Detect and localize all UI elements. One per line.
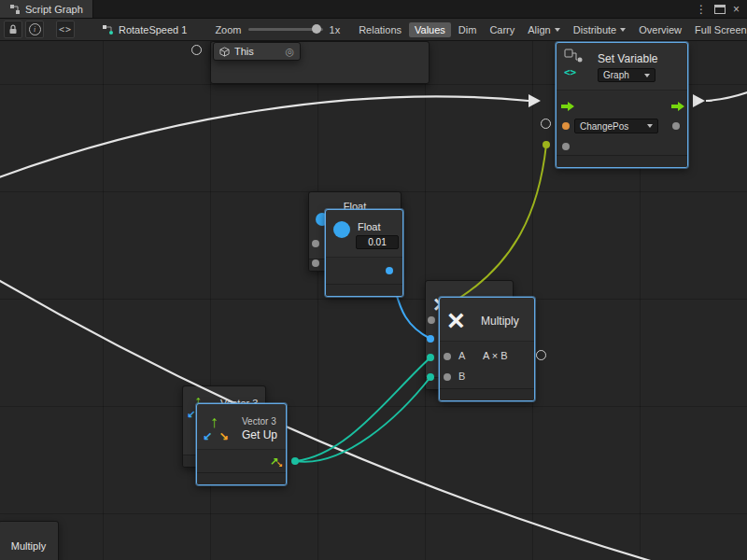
variable-kind-dropdown[interactable]: Graph: [598, 68, 655, 82]
tab-label: Script Graph: [25, 4, 83, 15]
node-set-variable[interactable]: <> Set Variable Graph ChangePos: [556, 42, 688, 168]
values-button[interactable]: Values: [409, 22, 451, 37]
variable-name-value: ChangePos: [580, 121, 628, 132]
caret-down-icon: [644, 74, 650, 77]
value-input-port[interactable]: [562, 122, 570, 130]
float-icon: [333, 221, 350, 238]
down-left-arrow-icon: ↙: [203, 430, 212, 441]
unity-script-graph-window: Script Graph ⋮ × i <> RotateSpeed 1: [0, 0, 747, 560]
fallback-input-port[interactable]: [562, 143, 570, 150]
variable-kind-value: Graph: [603, 70, 629, 80]
window-controls: ⋮ ×: [696, 0, 747, 18]
close-icon[interactable]: ×: [733, 4, 740, 15]
lock-icon: [8, 24, 18, 35]
titlebar-spacer: [93, 0, 696, 18]
vector-output-icon-small: ↘: [276, 461, 283, 469]
flow-output-arrow[interactable]: [671, 101, 685, 112]
float-output-port[interactable]: [386, 267, 393, 274]
zoom-label: Zoom: [215, 24, 241, 35]
dock-window-icon[interactable]: [714, 5, 726, 14]
zoom-value: 1x: [330, 24, 341, 35]
wire-arrowhead-left: [529, 94, 541, 107]
multiply-a-port[interactable]: [444, 353, 451, 360]
caret-down-icon: [647, 124, 653, 128]
script-graph-icon: [9, 4, 21, 15]
getup-subtitle: Get Up: [242, 428, 277, 441]
distribute-label: Distribute: [573, 24, 616, 35]
blue-wire-end-dot: [427, 335, 434, 343]
wire-getup-to-multiply-a[interactable]: [295, 357, 430, 461]
fullscreen-button[interactable]: Full Screen: [689, 22, 747, 37]
multiply-title: Multiply: [481, 315, 519, 328]
float-title: Float: [358, 221, 380, 232]
graph-canvas[interactable]: This ◎ <> Set Variable Graph: [0, 41, 747, 560]
teal-wire-end-dot-a: [427, 354, 434, 361]
variable-name-dropdown[interactable]: ChangePos: [574, 119, 658, 133]
setvariable-side-circle[interactable]: [541, 119, 551, 129]
wire-arrowhead-right: [693, 94, 705, 107]
code-glyph-icon: <>: [564, 66, 586, 78]
this-output-port[interactable]: ◎: [285, 46, 294, 58]
toolbar-buttons: Relations Values Dim Carry Align Distrib…: [353, 22, 747, 37]
wire-control-bottom[interactable]: [0, 274, 654, 560]
caret-down-icon: [555, 28, 560, 32]
carry-button[interactable]: Carry: [484, 22, 520, 37]
graph-breadcrumb[interactable]: RotateSpeed 1: [102, 24, 187, 35]
multiply-b-label: B: [458, 371, 465, 382]
vector3-title: Vector 3: [242, 416, 276, 427]
zoom-slider[interactable]: [248, 28, 323, 31]
dim-button[interactable]: Dim: [453, 22, 483, 37]
cube-icon: [219, 47, 230, 57]
caret-down-icon: [620, 28, 626, 32]
node-this[interactable]: This ◎: [213, 42, 301, 61]
graph-asset-icon: [102, 24, 114, 35]
multiply-b-port[interactable]: [444, 373, 451, 381]
output-value-port[interactable]: [672, 122, 680, 130]
down-right-arrow-icon: ↘: [219, 430, 229, 441]
align-label: Align: [528, 24, 550, 35]
relations-button[interactable]: Relations: [353, 22, 407, 37]
kebab-menu-icon[interactable]: ⋮: [696, 4, 707, 15]
wire-getup-to-multiply-b[interactable]: [295, 377, 430, 462]
multiply-icon: ×: [447, 305, 465, 335]
multiply-output-circle[interactable]: [536, 350, 546, 360]
multiply-result-label: A × B: [483, 350, 508, 361]
info-button[interactable]: i: [25, 21, 44, 38]
node-vector3-getup[interactable]: ↑ ↙ ↘ Vector 3 Get Up ↗ ↘: [196, 403, 287, 485]
multiply-a-label: A: [458, 350, 465, 361]
flow-input-arrow[interactable]: [561, 101, 575, 112]
info-icon: i: [29, 23, 41, 35]
node-multiply[interactable]: × Multiply A A × B B: [439, 297, 535, 401]
teal-wire-end-dot-b: [427, 373, 434, 381]
wire-control-in[interactable]: [0, 96, 529, 181]
set-variable-icon: <>: [564, 49, 586, 78]
tab-script-graph[interactable]: Script Graph: [0, 0, 93, 18]
wire-multiply-to-setvariable[interactable]: [443, 145, 546, 308]
window-titlebar: Script Graph ⋮ ×: [0, 0, 747, 19]
wire-control-out[interactable]: [706, 91, 747, 101]
graph-toolbar: i <> RotateSpeed 1 Zoom 1x Relations Val…: [0, 19, 747, 41]
this-input-circle[interactable]: [191, 45, 202, 55]
overview-button[interactable]: Overview: [633, 22, 687, 37]
set-variable-title: Set Variable: [598, 52, 657, 65]
getup-output-port[interactable]: [291, 457, 299, 465]
node-float[interactable]: Float 0.01: [325, 209, 403, 297]
align-button[interactable]: Align: [522, 22, 565, 37]
lock-button[interactable]: [4, 21, 22, 38]
distribute-button[interactable]: Distribute: [568, 22, 631, 37]
multiply-partial-title: Multiply: [0, 540, 58, 552]
this-label: This: [234, 46, 254, 57]
zoom-slider-knob[interactable]: [312, 24, 321, 34]
node-multiply-partial[interactable]: Multiply: [0, 521, 59, 560]
float-value-field[interactable]: 0.01: [356, 235, 399, 249]
up-arrow-icon: ↑: [210, 413, 218, 430]
graph-name: RotateSpeed 1: [119, 24, 187, 35]
zoom-control: Zoom 1x: [215, 24, 340, 35]
code-preview-button[interactable]: <>: [56, 21, 75, 38]
olive-wire-end-dot: [543, 141, 550, 148]
